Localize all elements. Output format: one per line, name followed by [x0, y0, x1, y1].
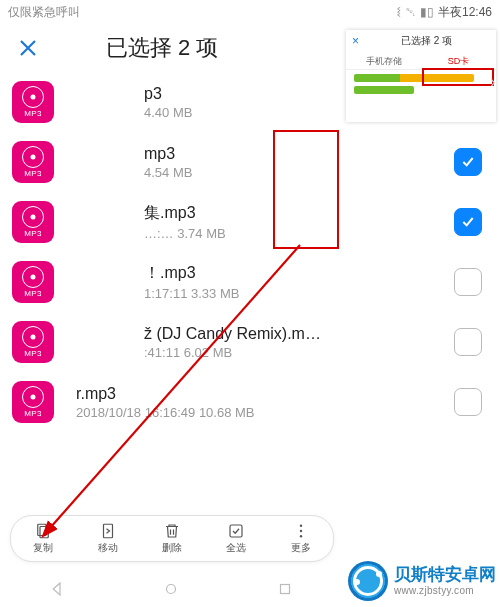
copy-button[interactable]: 复制 — [33, 522, 53, 555]
android-nav — [0, 575, 342, 607]
inset-close-icon: × — [352, 34, 359, 48]
logo-icon — [348, 561, 388, 601]
wifi-icon: ⧙ — [396, 5, 402, 19]
recent-icon[interactable] — [276, 580, 294, 602]
back-icon[interactable] — [48, 580, 66, 602]
file-meta: :41:11 6.02 MB — [144, 345, 454, 360]
delete-button[interactable]: 删除 — [162, 522, 182, 555]
more-icon — [292, 522, 310, 540]
list-item[interactable]: MP3 ž (DJ Candy Remix).m…:41:11 6.02 MB — [0, 312, 500, 372]
file-meta: 2018/10/18 16:16:49 10.68 MB — [76, 405, 454, 420]
trash-icon — [163, 522, 181, 540]
status-network: 仅限紧急呼叫 — [8, 4, 80, 21]
list-item[interactable]: MP3 集.mp3…:… 3.74 MB — [0, 192, 500, 252]
svg-point-5 — [300, 530, 302, 532]
checkbox[interactable] — [454, 328, 482, 356]
chevron-right-icon[interactable]: › — [486, 70, 500, 94]
svg-rect-2 — [103, 524, 112, 538]
file-name: ！.mp3 — [144, 263, 454, 284]
action-bar: 复制 移动 删除 全选 更多 — [10, 515, 334, 562]
svg-point-7 — [167, 585, 176, 594]
more-button[interactable]: 更多 — [291, 522, 311, 555]
file-name: r.mp3 — [76, 385, 454, 403]
mp3-icon: MP3 — [12, 81, 54, 123]
mp3-icon: MP3 — [12, 141, 54, 183]
file-name: ž (DJ Candy Remix).m… — [144, 325, 454, 343]
dnd-icon: ␀ — [406, 5, 416, 19]
mp3-icon: MP3 — [12, 381, 54, 423]
mp3-icon: MP3 — [12, 261, 54, 303]
file-meta: 4.54 MB — [144, 165, 454, 180]
checkbox-checked[interactable] — [454, 148, 482, 176]
svg-rect-8 — [281, 585, 290, 594]
file-meta: …:… 3.74 MB — [144, 226, 454, 241]
inset-storage-bar — [354, 86, 414, 94]
checkbox[interactable] — [454, 388, 482, 416]
svg-rect-3 — [230, 525, 242, 537]
svg-point-4 — [300, 525, 302, 527]
copy-icon — [34, 522, 52, 540]
move-button[interactable]: 移动 — [98, 522, 118, 555]
battery-icon: ▮▯ — [420, 5, 434, 19]
status-bar: 仅限紧急呼叫 ⧙ ␀ ▮▯ 半夜12:46 — [0, 0, 500, 24]
list-item[interactable]: MP3 r.mp32018/10/18 16:16:49 10.68 MB — [0, 372, 500, 432]
select-all-icon — [227, 522, 245, 540]
file-name: mp3 — [144, 145, 454, 163]
status-time: 半夜12:46 — [438, 4, 492, 21]
inset-title: 已选择 2 项 — [363, 34, 490, 48]
inset-tab-phone: 手机存储 — [346, 52, 421, 70]
list-item[interactable]: MP3 ！.mp31:17:11 3.33 MB — [0, 252, 500, 312]
mp3-icon: MP3 — [12, 201, 54, 243]
checkbox-checked[interactable] — [454, 208, 482, 236]
move-icon — [99, 522, 117, 540]
file-meta: 1:17:11 3.33 MB — [144, 286, 454, 301]
logo-url: www.zjbstyy.com — [394, 585, 496, 596]
svg-point-6 — [300, 535, 302, 537]
file-name: 集.mp3 — [144, 203, 454, 224]
file-list: MP3 p34.40 MB MP3 mp34.54 MB MP3 集.mp3…:… — [0, 72, 500, 432]
home-icon[interactable] — [162, 580, 180, 602]
watermark-logo: 贝斯特安卓网 www.zjbstyy.com — [348, 561, 496, 601]
list-item[interactable]: MP3 mp34.54 MB — [0, 132, 500, 192]
select-all-button[interactable]: 全选 — [226, 522, 246, 555]
mp3-icon: MP3 — [12, 321, 54, 363]
checkbox[interactable] — [454, 268, 482, 296]
annotation-box — [422, 68, 494, 86]
logo-title: 贝斯特安卓网 — [394, 566, 496, 585]
close-button[interactable] — [10, 30, 46, 66]
inset-preview: × 已选择 2 项 手机存储 SD卡 — [346, 30, 496, 122]
